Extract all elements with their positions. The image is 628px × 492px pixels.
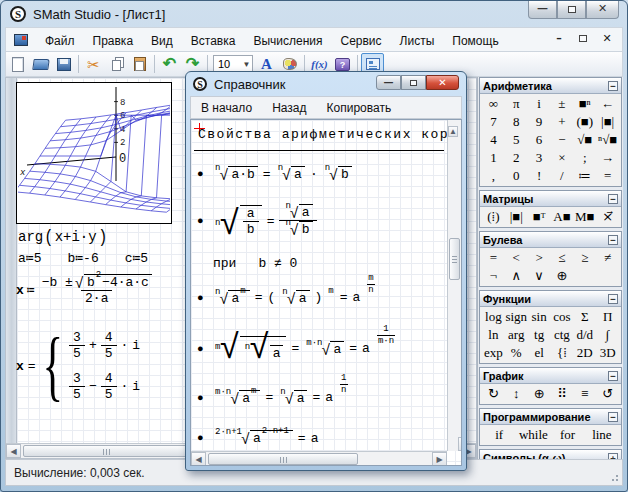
dialog-title-bar[interactable]: S Справочник — ✕: [186, 72, 466, 96]
palette-button[interactable]: log: [482, 308, 505, 326]
palette-button[interactable]: sign: [505, 308, 528, 326]
palette-button[interactable]: ⠿: [551, 385, 574, 403]
variable-definitions[interactable]: a≔5 b≔-6 c≔5: [18, 250, 148, 266]
palette-button[interactable]: ctg: [551, 326, 574, 344]
palette-button[interactable]: {⁞: [551, 344, 574, 362]
palette-button[interactable]: ≠: [596, 249, 619, 267]
dialog-vertical-scrollbar[interactable]: ▲ ▼: [447, 120, 461, 451]
palette-header[interactable]: Булева−: [480, 232, 621, 248]
palette-button[interactable]: 3D: [596, 344, 619, 362]
palette-button[interactable]: sin: [528, 308, 551, 326]
child-minimize-button[interactable]: –: [550, 32, 568, 47]
palette-button[interactable]: ⊕: [551, 267, 574, 285]
palette-button[interactable]: d/d: [573, 326, 596, 344]
palette-header[interactable]: Функции−: [480, 291, 621, 307]
close-button[interactable]: ✕: [586, 1, 619, 19]
resize-grip[interactable]: [609, 472, 619, 482]
palette-button[interactable]: ←: [596, 95, 619, 113]
palette-button[interactable]: ■ⁿ: [573, 95, 596, 113]
palette-button[interactable]: %: [505, 344, 528, 362]
palette-button[interactable]: for: [551, 426, 585, 444]
copy-button[interactable]: [105, 53, 128, 75]
palette-button[interactable]: ∞: [482, 95, 505, 113]
menu-item-4[interactable]: Вычисления: [244, 31, 331, 51]
dialog-close-button[interactable]: ✕: [426, 75, 459, 90]
def-b[interactable]: b≔-6: [67, 250, 98, 266]
palette-button[interactable]: +: [551, 113, 574, 131]
palette-button[interactable]: ln: [482, 326, 505, 344]
palette-button[interactable]: 6: [528, 131, 551, 149]
palette-button[interactable]: √■: [573, 131, 596, 149]
palette-button[interactable]: exp: [482, 344, 505, 362]
menu-item-0[interactable]: Файл: [36, 31, 84, 51]
dialog-menu-item-2[interactable]: Копировать: [317, 98, 402, 118]
solution-set[interactable]: x= { 35 + 45 ·i 35 − 45 ·i: [16, 330, 140, 402]
palette-button[interactable]: while: [516, 426, 550, 444]
palette-button[interactable]: ■ᵀ: [528, 208, 551, 226]
palette-button[interactable]: |■|: [596, 113, 619, 131]
palette-button[interactable]: 8: [505, 113, 528, 131]
palette-button[interactable]: <: [505, 249, 528, 267]
palette-button[interactable]: 0: [505, 167, 528, 185]
scroll-up-icon[interactable]: ▲: [448, 126, 458, 137]
collapse-icon[interactable]: −: [608, 81, 618, 91]
palette-button[interactable]: ±: [551, 95, 574, 113]
palette-button[interactable]: Π: [596, 308, 619, 326]
scroll-left-icon[interactable]: ◀: [6, 444, 21, 458]
palette-button[interactable]: ∫: [596, 326, 619, 344]
palette-header[interactable]: Арифметика−: [480, 78, 621, 94]
palette-button[interactable]: ⊕: [528, 385, 551, 403]
dialog-minimize-button[interactable]: —: [376, 75, 401, 90]
worksheet-window-icon[interactable]: [14, 34, 28, 46]
formula-reduce-index[interactable]: ● m·n√am = n√a = a1n: [197, 386, 348, 410]
cut-button[interactable]: ✂: [82, 53, 105, 75]
scroll-left-icon[interactable]: ◀: [191, 452, 206, 466]
dialog-maximize-button[interactable]: [401, 75, 426, 90]
palette-header[interactable]: Символы (α-ω)+: [480, 450, 621, 459]
title-bar[interactable]: S SMath Studio - [Лист1] — ✕: [1, 1, 627, 27]
palette-button[interactable]: ×: [551, 149, 574, 167]
collapse-icon[interactable]: −: [608, 371, 618, 381]
palette-button[interactable]: !: [528, 167, 551, 185]
paste-button[interactable]: [128, 53, 151, 75]
palette-button[interactable]: ∨: [528, 267, 551, 285]
scrollbar-thumb[interactable]: [23, 445, 188, 457]
palette-button[interactable]: 1: [482, 149, 505, 167]
palette-button[interactable]: ≤: [551, 249, 574, 267]
menu-item-3[interactable]: Вставка: [182, 31, 245, 51]
palette-button[interactable]: |■|: [505, 208, 528, 226]
reference-dialog[interactable]: S Справочник — ✕ В началоНазадКопировать…: [185, 71, 467, 471]
palette-button[interactable]: ⁿ√■: [596, 131, 619, 149]
palette-button[interactable]: Σ: [573, 308, 596, 326]
menu-item-7[interactable]: Помощь: [443, 31, 507, 51]
palette-button[interactable]: ≡: [573, 385, 596, 403]
collapse-icon[interactable]: −: [608, 294, 618, 304]
def-c[interactable]: c≔5: [125, 250, 148, 266]
open-button[interactable]: [29, 53, 52, 75]
scroll-down-icon[interactable]: ▼: [458, 437, 462, 451]
formula-root-quotient[interactable]: ● n√ab = n√a n√b: [197, 204, 317, 238]
palette-button[interactable]: if: [482, 426, 516, 444]
palette-button[interactable]: (■): [573, 113, 596, 131]
palette-button[interactable]: 2D: [573, 344, 596, 362]
palette-button[interactable]: /: [551, 167, 574, 185]
formula-odd-root[interactable]: ● 2·n+1√a2·n+1 = a: [197, 430, 318, 446]
palette-button[interactable]: ↺: [596, 385, 619, 403]
menu-item-5[interactable]: Сервис: [331, 31, 390, 51]
palette-button[interactable]: ↻: [482, 385, 505, 403]
palette-button[interactable]: ≥: [573, 249, 596, 267]
scrollbar-thumb[interactable]: [449, 238, 460, 280]
palette-button[interactable]: ↕: [505, 385, 528, 403]
palette-button[interactable]: >: [528, 249, 551, 267]
scroll-right-icon[interactable]: ▶: [432, 452, 447, 466]
menu-item-6[interactable]: Листы: [391, 31, 444, 51]
maximize-button[interactable]: [557, 1, 586, 19]
palette-button[interactable]: i: [528, 95, 551, 113]
palette-button[interactable]: ∧: [505, 267, 528, 285]
collapse-icon[interactable]: −: [608, 235, 618, 245]
palette-button[interactable]: π: [505, 95, 528, 113]
palette-button[interactable]: ,: [482, 167, 505, 185]
palette-button[interactable]: ;: [573, 149, 596, 167]
palette-button[interactable]: 2: [505, 149, 528, 167]
menu-item-2[interactable]: Вид: [142, 31, 182, 51]
